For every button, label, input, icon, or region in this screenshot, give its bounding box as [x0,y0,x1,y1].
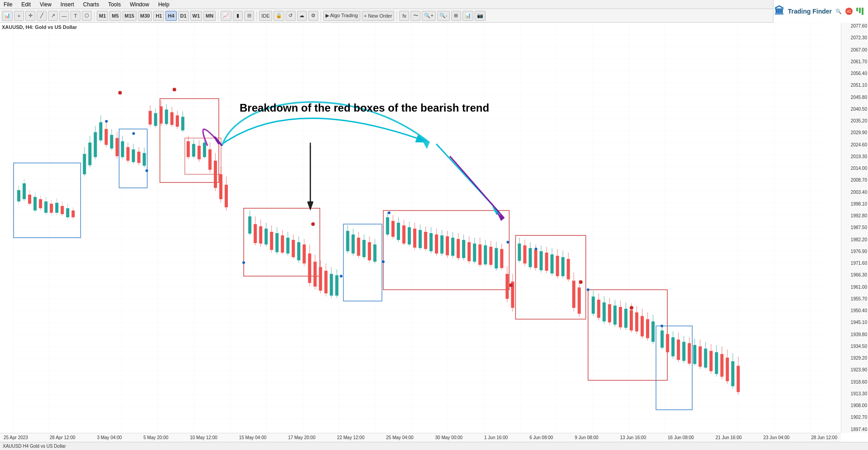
tf-m5[interactable]: M5 [109,11,121,21]
search-icon[interactable]: 🔍 [835,9,842,14]
svg-rect-221 [635,312,638,331]
refresh-btn[interactable]: ↺ [286,11,296,21]
algo-trading-btn[interactable]: ▶ Algo Trading [323,11,360,21]
svg-rect-149 [429,233,433,251]
tf-h4[interactable]: H4 [165,11,176,21]
shapes-btn[interactable]: ⬡ [82,11,92,21]
settings-btn[interactable]: ⚙ [308,11,318,21]
svg-point-270 [118,91,122,94]
svg-rect-255 [731,361,734,386]
svg-rect-211 [608,304,611,322]
time-label: 30 May 00:00 [435,435,463,440]
svg-rect-93 [264,229,268,244]
svg-rect-249 [715,352,718,374]
menu-edit[interactable]: Edit [19,1,33,8]
svg-point-265 [388,211,391,214]
price-level: 1955.70 [842,296,867,301]
svg-rect-10 [656,326,692,409]
arrow-btn[interactable]: ↗ [48,11,58,21]
svg-point-259 [105,120,108,122]
zoom-in-btn[interactable]: + [14,11,24,21]
svg-rect-235 [677,340,680,360]
svg-point-262 [242,261,245,264]
zoom-chart-in[interactable]: 🔍+ [422,11,435,21]
time-label: 25 Apr 2023 [4,435,28,440]
svg-rect-73 [192,144,195,157]
tf-m15[interactable]: M15 [123,11,137,21]
svg-rect-107 [302,244,306,263]
svg-marker-279 [492,206,500,215]
candle-btn[interactable]: ⊟ [244,11,254,21]
sep3 [256,11,257,20]
menu-tools[interactable]: Tools [106,1,123,8]
svg-rect-37 [94,132,97,157]
svg-point-269 [660,324,663,327]
menu-charts[interactable]: Charts [81,1,101,8]
svg-rect-4 [185,138,221,174]
lock-btn[interactable]: 🔒 [274,11,284,21]
svg-rect-17 [33,197,37,211]
svg-rect-161 [462,240,465,258]
svg-point-274 [579,280,583,284]
volume-btn[interactable]: 📊 [462,11,473,21]
price-scale: 2077.60 2072.30 2067.00 2061.70 2056.40 … [841,23,868,433]
status-text: XAUUSD H4 Gold vs US Dollar [3,444,66,449]
time-scale: 25 Apr 2023 28 Apr 12:00 3 May 04:00 5 M… [0,433,841,442]
svg-rect-19 [39,199,42,208]
text-btn[interactable]: T [71,11,80,21]
tf-h1[interactable]: H1 [153,11,164,21]
menu-insert[interactable]: Insert [59,1,76,8]
svg-rect-23 [50,204,53,213]
zoom-chart-out[interactable]: 🔍- [437,11,450,21]
svg-rect-5 [244,208,320,276]
tf-d1[interactable]: D1 [178,11,189,21]
svg-rect-257 [736,366,740,392]
chart-area[interactable]: XAUUSD, H4: Gold vs US Dollar [0,23,868,442]
new-chart-btn[interactable]: 📊 [2,11,13,21]
line-tool-btn[interactable]: ╱ [37,11,47,21]
menu-window[interactable]: Window [128,1,151,8]
svg-rect-117 [330,274,333,295]
svg-rect-35 [88,143,91,165]
tf-m1[interactable]: M1 [97,11,108,21]
chart-type-btn[interactable]: 📈 [221,11,231,21]
svg-rect-8 [515,235,585,319]
oscillator-btn[interactable]: 〜 [410,11,420,21]
svg-rect-217 [624,309,627,328]
crosshair-btn[interactable]: ✛ [25,11,35,21]
menu-view[interactable]: View [38,1,53,8]
svg-rect-45 [115,138,118,156]
ide-btn[interactable]: IDE [259,11,272,21]
tf-m30[interactable]: M30 [138,11,152,21]
tf-w1[interactable]: W1 [190,11,203,21]
cloud-btn[interactable]: ☁ [297,11,307,21]
notification-badge[interactable]: 41 [845,8,853,15]
svg-rect-247 [709,351,712,371]
sep4 [321,11,321,20]
tf-mn[interactable]: MN [203,11,216,21]
menu-bar: File Edit View Insert Charts Tools Windo… [0,0,868,9]
price-level: 2003.40 [842,190,867,195]
brand-name: Trading Finder [788,8,832,15]
price-level: 1971.60 [842,261,867,266]
annotation-text: Breakdown of the red boxes of the bearis… [240,102,489,114]
price-level: 2008.70 [842,178,867,183]
svg-rect-57 [149,111,152,124]
svg-rect-83 [219,174,222,199]
hline-btn[interactable]: — [59,11,69,21]
price-level: 1992.80 [842,213,867,218]
svg-rect-15 [28,195,31,204]
menu-help[interactable]: Help [156,1,171,8]
menu-file[interactable]: File [2,1,14,8]
price-level: 2056.40 [842,71,867,76]
indicators-btn[interactable]: fx [399,11,409,21]
svg-rect-121 [346,231,349,251]
new-order-btn[interactable]: + New Order [362,11,395,21]
svg-rect-11 [17,190,20,202]
svg-marker-281 [496,212,504,221]
bar-chart-btn[interactable]: ▮ [233,11,243,21]
time-label: 28 Apr 12:00 [50,435,75,440]
svg-rect-111 [313,262,316,286]
grid-btn[interactable]: ⊞ [451,11,461,21]
screenshot-btn[interactable]: 📷 [475,11,486,21]
